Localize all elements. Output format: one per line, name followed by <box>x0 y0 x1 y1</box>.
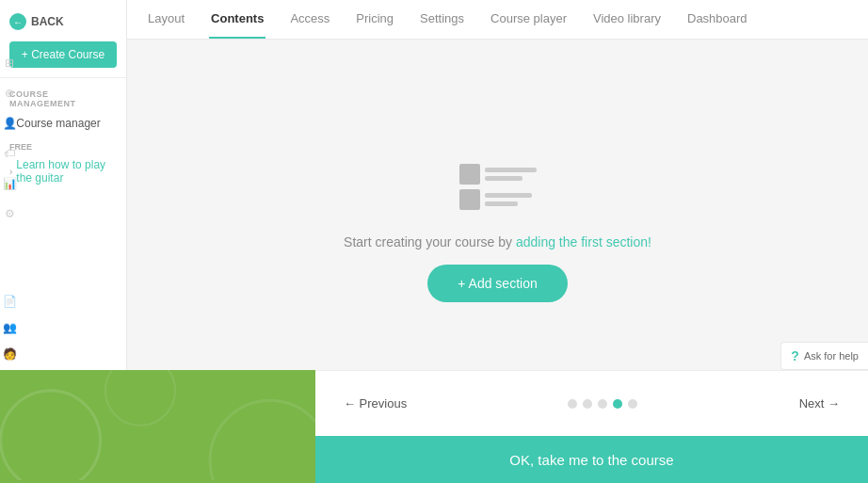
svg-point-1 <box>210 400 315 480</box>
ok-button-area[interactable]: OK, take me to the course <box>315 436 868 483</box>
free-label: FREE <box>0 135 126 153</box>
course-link[interactable]: Learn how to play the guitar <box>16 158 117 185</box>
start-creating-text: Start creating your course by adding the… <box>344 234 651 250</box>
dot-5 <box>628 399 637 409</box>
ask-help-label: Ask for help <box>804 350 859 362</box>
tab-dashboard[interactable]: Dashboard <box>685 0 749 39</box>
dot-2 <box>583 399 592 409</box>
ph-lines-1 <box>485 168 537 181</box>
tab-access[interactable]: Access <box>288 0 331 39</box>
start-text-link[interactable]: adding the first section! <box>516 234 651 250</box>
course-manager-label: Course manager <box>16 117 100 130</box>
tab-pricing[interactable]: Pricing <box>354 0 395 39</box>
green-pattern-svg <box>0 370 315 480</box>
tab-settings[interactable]: Settings <box>418 0 466 39</box>
ph-lines-2 <box>485 193 532 206</box>
next-button[interactable]: Next → <box>799 396 840 411</box>
sidebar-bottom-icons: 📄 👥 🧑 <box>0 295 19 361</box>
ok-take-me-button[interactable]: OK, take me to the course <box>509 452 673 468</box>
back-arrow-icon: ← <box>9 13 26 30</box>
course-management-label: COURSE MANAGEMENT <box>0 78 126 112</box>
dot-3 <box>598 399 607 409</box>
question-icon: ? <box>791 348 799 363</box>
nav-strip-top: ← Previous Next → <box>315 371 868 436</box>
green-background <box>0 370 315 483</box>
sidebar-top: ← BACK + Create Course <box>0 0 126 78</box>
placeholder-illustration <box>459 164 537 210</box>
icon-rail: ⊞ ⊕ 👤 🏷 📊 ⚙ <box>0 56 19 220</box>
start-text-prefix: Start creating your course by <box>344 234 516 250</box>
ph-square-2 <box>459 189 480 210</box>
grid-icon[interactable]: ⊞ <box>5 56 14 70</box>
top-nav: Layout Contents Access Pricing Settings … <box>127 0 868 40</box>
user-icon[interactable]: 👤 <box>3 117 17 130</box>
svg-point-2 <box>105 370 175 426</box>
globe-icon[interactable]: ⊕ <box>5 87 14 100</box>
sidebar-item-course-manager[interactable]: › Course manager <box>0 112 126 135</box>
bottom-overlay: ← Previous Next → OK, take me to the cou… <box>0 370 868 483</box>
chart-icon[interactable]: 📊 <box>3 177 17 190</box>
person-icon[interactable]: 🧑 <box>3 347 17 361</box>
dot-1 <box>568 399 577 409</box>
progress-dots <box>568 399 637 409</box>
dot-4-active <box>613 399 622 409</box>
tab-layout[interactable]: Layout <box>146 0 186 39</box>
ask-for-help-button[interactable]: ? Ask for help <box>780 342 868 370</box>
sidebar-item-course-link[interactable]: › Learn how to play the guitar <box>0 153 126 189</box>
back-button[interactable]: ← BACK <box>9 13 117 30</box>
gear-icon[interactable]: ⚙ <box>5 207 15 220</box>
tab-video-library[interactable]: Video library <box>591 0 663 39</box>
add-section-label: + Add section <box>458 276 537 291</box>
file-icon[interactable]: 📄 <box>3 295 17 308</box>
svg-point-0 <box>1 391 101 480</box>
add-section-button[interactable]: + Add section <box>427 265 567 302</box>
previous-button[interactable]: ← Previous <box>344 396 407 411</box>
ph-square <box>459 164 480 185</box>
tab-contents[interactable]: Contents <box>209 0 265 39</box>
create-course-button[interactable]: + Create Course <box>9 41 117 68</box>
tag-icon[interactable]: 🏷 <box>4 147 15 160</box>
back-label: BACK <box>31 15 64 28</box>
users-icon[interactable]: 👥 <box>3 321 17 334</box>
nav-strip: ← Previous Next → OK, take me to the cou… <box>315 370 868 483</box>
tab-course-player[interactable]: Course player <box>489 0 569 39</box>
